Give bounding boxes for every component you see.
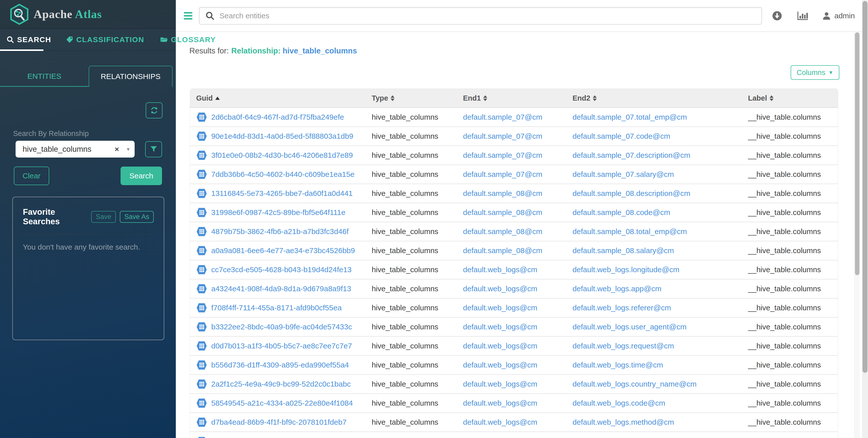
end2-link[interactable]: default.web_logs.country_name@cm bbox=[572, 380, 696, 388]
hamburger-menu-icon[interactable] bbox=[184, 12, 192, 20]
guid-link[interactable]: a0a9a081-6ee6-4e77-ae34-e73bc4526bb9 bbox=[211, 246, 355, 255]
guid-link[interactable]: 58549545-a21c-4334-a025-22e80e4f1084 bbox=[211, 399, 353, 407]
tab-entities[interactable]: ENTITIES bbox=[0, 66, 89, 87]
app-logo[interactable]: ApacheAtlas bbox=[0, 0, 176, 29]
end1-link[interactable]: default.web_logs@cm bbox=[463, 284, 537, 293]
guid-link[interactable]: 3f01e0e0-08b2-4d30-bc46-4206e81d7e89 bbox=[211, 151, 353, 160]
guid-link[interactable]: b3322ee2-8bdc-40a9-b9fe-ac04de57433c bbox=[211, 323, 352, 331]
username: admin bbox=[834, 11, 855, 20]
end1-link[interactable]: default.web_logs@cm bbox=[463, 265, 537, 274]
end1-link[interactable]: default.sample_08@cm bbox=[463, 246, 542, 255]
end2-link[interactable]: default.sample_07.salary@cm bbox=[572, 170, 674, 178]
filter-button[interactable] bbox=[145, 141, 162, 157]
guid-link[interactable]: 31998e6f-0987-42c5-89be-fbf5e64f111e bbox=[211, 208, 345, 217]
guid-link[interactable]: f708f4ff-7114-455a-8171-afd9b0cf55ea bbox=[211, 304, 342, 312]
save-button[interactable]: Save bbox=[91, 211, 116, 223]
content-scrollbar-thumb[interactable] bbox=[855, 32, 860, 275]
table-entity-icon bbox=[196, 437, 207, 438]
table-row: 4879b75b-3862-4fb6-a21b-a7bd3fc3d46f hiv… bbox=[190, 222, 838, 241]
end2-link[interactable]: default.sample_07.description@cm bbox=[572, 151, 690, 159]
save-as-button[interactable]: Save As bbox=[120, 211, 154, 223]
page-scrollbar-thumb[interactable] bbox=[863, 1, 868, 373]
user-menu[interactable]: admin bbox=[822, 11, 855, 20]
table-entity-icon bbox=[196, 227, 207, 237]
column-header-end2[interactable]: End2 bbox=[566, 89, 742, 108]
table-row: cc7ce3cd-e505-4628-b043-b19d4d24fe13 hiv… bbox=[190, 260, 838, 279]
guid-link[interactable]: 90e1e4dd-83d1-4a0d-85ed-5f88803a1db9 bbox=[211, 132, 353, 140]
end2-link[interactable]: default.web_logs.longitude@cm bbox=[572, 265, 679, 274]
guid-link[interactable]: 7c0bf01f-ff70-49f0-a70b-0d7f0c000075 bbox=[211, 437, 342, 438]
end2-link[interactable]: default.sample_08.code@cm bbox=[572, 208, 670, 216]
end1-link[interactable]: default.sample_07@cm bbox=[463, 113, 542, 121]
end1-link[interactable]: default.sample_08@cm bbox=[463, 227, 542, 236]
end1-link[interactable]: default.web_logs@cm bbox=[463, 361, 537, 369]
end2-link[interactable]: default.web_logs.method@cm bbox=[572, 418, 674, 426]
table-row: b3322ee2-8bdc-40a9-b9fe-ac04de57433c hiv… bbox=[190, 317, 838, 336]
guid-link[interactable]: 2a2f1c25-4e9a-49c9-bc99-52d2c0c1babc bbox=[211, 380, 351, 388]
end1-link[interactable]: default.web_logs@cm bbox=[463, 323, 537, 331]
type-cell: hive_table_columns bbox=[366, 394, 457, 413]
end2-link[interactable]: default.web_logs.request@cm bbox=[572, 342, 674, 350]
column-header-guid[interactable]: Guid bbox=[190, 89, 366, 108]
download-icon[interactable] bbox=[772, 11, 782, 21]
select-caret-icon[interactable]: ▾ bbox=[127, 146, 130, 153]
label-cell: __hive_table.columns bbox=[742, 336, 838, 356]
end1-link[interactable]: default.sample_07@cm bbox=[463, 151, 542, 159]
guid-link[interactable]: 2d6cba0f-64c9-467f-ad7d-f75fba249efe bbox=[211, 113, 344, 122]
end1-link[interactable]: default.sample_07@cm bbox=[463, 132, 542, 140]
tab-relationships[interactable]: RELATIONSHIPS bbox=[89, 66, 173, 87]
end2-link[interactable]: default.sample_07.code@cm bbox=[572, 132, 670, 140]
table-row: 90e1e4dd-83d1-4a0d-85ed-5f88803a1db9 hiv… bbox=[190, 127, 838, 146]
end2-link[interactable]: default.web_logs.code@cm bbox=[572, 399, 665, 407]
end2-link[interactable]: default.sample_08.description@cm bbox=[572, 189, 690, 197]
guid-link[interactable]: 7ddb36b6-4c50-4602-b440-c609be1ea15e bbox=[211, 170, 354, 179]
search-button[interactable]: Search bbox=[121, 167, 162, 185]
columns-dropdown-button[interactable]: Columns ▼ bbox=[790, 65, 839, 80]
end2-link[interactable]: default.web_logs.app@cm bbox=[572, 284, 661, 293]
column-header-label[interactable]: Label bbox=[742, 89, 838, 108]
end1-link[interactable]: default.sample_07@cm bbox=[463, 170, 542, 178]
column-header-type[interactable]: Type bbox=[366, 89, 457, 108]
stats-chart-icon[interactable] bbox=[797, 11, 808, 21]
guid-link[interactable]: cc7ce3cd-e505-4628-b043-b19d4d24fe13 bbox=[211, 265, 352, 274]
end2-link[interactable]: default.web_logs.referer@cm bbox=[572, 304, 671, 312]
end1-link[interactable]: default.sample_08@cm bbox=[463, 208, 542, 216]
end1-link[interactable]: default.web_logs@cm bbox=[463, 342, 537, 350]
guid-link[interactable]: d0d7b013-a1f3-4b05-b5c7-ae8c7ee7c7e7 bbox=[211, 342, 352, 350]
nav-item-classification[interactable]: CLASSIFICATION bbox=[64, 35, 146, 44]
favorites-empty-message: You don't have any favorite search. bbox=[23, 243, 154, 251]
select-clear-icon[interactable]: × bbox=[115, 145, 119, 153]
end1-link[interactable]: default.web_logs@cm bbox=[463, 399, 537, 407]
guid-link[interactable]: b556d736-d1ff-4309-a895-eda990ef55a4 bbox=[211, 361, 349, 369]
nav-item-search[interactable]: SEARCH bbox=[4, 35, 53, 44]
page-scrollbar[interactable] bbox=[862, 0, 868, 438]
clear-button[interactable]: Clear bbox=[14, 167, 49, 185]
guid-link[interactable]: d7ba4ead-86b9-4f1f-bf9c-2078101fdeb7 bbox=[211, 418, 347, 427]
end2-link[interactable]: default.web_logs.client_ip@cm bbox=[572, 437, 676, 438]
end2-link[interactable]: default.web_logs.time@cm bbox=[572, 361, 663, 369]
global-search-input[interactable] bbox=[199, 7, 762, 25]
end2-link[interactable]: default.sample_07.total_emp@cm bbox=[572, 113, 687, 121]
label-cell: __hive_table.columns bbox=[742, 356, 838, 374]
nav-item-glossary[interactable]: GLOSSARY bbox=[158, 35, 218, 44]
end1-link[interactable]: default.sample_08@cm bbox=[463, 189, 542, 197]
results-relationship-link[interactable]: hive_table_columns bbox=[283, 46, 357, 55]
end1-link[interactable]: default.web_logs@cm bbox=[463, 380, 537, 388]
sort-icon bbox=[770, 95, 774, 101]
end2-link[interactable]: default.sample_08.total_emp@cm bbox=[572, 227, 687, 236]
column-header-end1[interactable]: End1 bbox=[457, 89, 567, 108]
label-cell: __hive_table.columns bbox=[742, 203, 838, 222]
end1-link[interactable]: default.web_logs@cm bbox=[463, 418, 537, 426]
guid-link[interactable]: a4324e41-908f-4da9-8d1a-9d679a8a9f13 bbox=[211, 284, 351, 293]
table-row: 3f01e0e0-08b2-4d30-bc46-4206e81d7e89 hiv… bbox=[190, 146, 838, 165]
content-scrollbar[interactable] bbox=[854, 32, 860, 438]
guid-link[interactable]: 13116845-5e73-4265-bbe7-da60f1a0d441 bbox=[211, 189, 352, 198]
relationship-select[interactable]: hive_table_columns × ▾ bbox=[16, 141, 135, 158]
end2-link[interactable]: default.web_logs.user_agent@cm bbox=[572, 323, 686, 331]
end1-link[interactable]: default.web_logs@cm bbox=[463, 437, 537, 438]
label-cell: __hive_table.columns bbox=[742, 127, 838, 146]
refresh-button[interactable] bbox=[146, 102, 162, 119]
end1-link[interactable]: default.web_logs@cm bbox=[463, 304, 537, 312]
end2-link[interactable]: default.sample_08.salary@cm bbox=[572, 246, 674, 255]
guid-link[interactable]: 4879b75b-3862-4fb6-a21b-a7bd3fc3d46f bbox=[211, 227, 349, 236]
